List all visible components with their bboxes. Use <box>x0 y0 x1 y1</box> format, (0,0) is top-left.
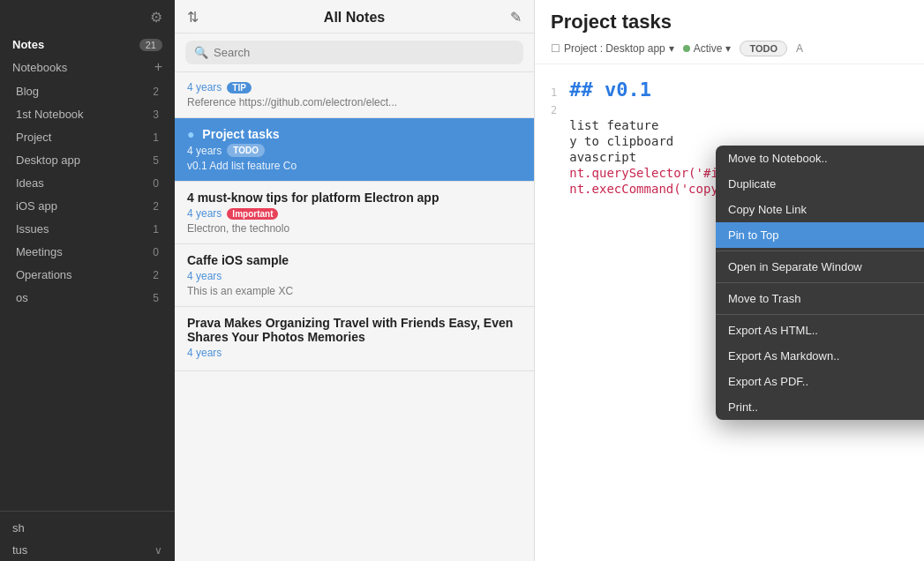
sidebar-item-issues-label: Issues <box>16 222 153 236</box>
detail-line: 1 ## v0.1 <box>551 79 908 101</box>
active-meta[interactable]: Active ▾ <box>683 42 732 55</box>
ctx-divider <box>716 314 924 315</box>
note-age: 4 years <box>187 145 222 157</box>
ctx-print[interactable]: Print.. ⇧⌘P <box>716 394 924 420</box>
note-age: 4 years <box>187 347 222 359</box>
ctx-export-pdf[interactable]: Export As PDF.. <box>716 369 924 394</box>
sidebar-item-desktop-app[interactable]: Desktop app 5 <box>4 149 171 171</box>
sidebar-item-blog-label: Blog <box>16 85 153 98</box>
list-item[interactable]: 4 must-know tips for platform Electron a… <box>175 182 534 244</box>
sidebar-item-project[interactable]: Project 1 <box>4 126 171 148</box>
sidebar-status-item[interactable]: tus ∨ <box>0 539 175 561</box>
sidebar-item-blog-count: 2 <box>153 86 159 98</box>
note-age: 4 years <box>187 207 222 220</box>
sidebar-item-operations-label: Operations <box>16 268 153 281</box>
code-text: nt.execCommand('copy') <box>569 182 732 196</box>
sidebar-item-operations[interactable]: Operations 2 <box>4 264 171 286</box>
project-label: Project : Desktop app <box>564 42 665 55</box>
sidebar-bottom: sh tus ∨ <box>0 505 175 561</box>
line-number <box>551 183 557 196</box>
project-meta[interactable]: ☐ Project : Desktop app ▾ <box>551 42 674 55</box>
note-meta: 4 years <box>187 270 522 282</box>
line-number <box>551 152 557 164</box>
sidebar-item-ideas-label: Ideas <box>16 176 153 190</box>
sidebar-items: Blog 2 1st Notebook 3 Project 1 Desktop … <box>0 79 175 310</box>
ctx-open-separate-window[interactable]: Open in Separate Window ⇧↩ <box>716 254 924 280</box>
ctx-item-label: Move to Trash <box>728 292 800 305</box>
note-age: 4 years <box>187 81 222 94</box>
project-icon: ☐ <box>551 42 560 55</box>
ctx-divider <box>716 251 924 251</box>
note-preview: This is an example XC <box>187 285 522 297</box>
list-item[interactable]: 4 years TIP Reference https://github.com… <box>175 72 534 118</box>
search-input[interactable] <box>214 46 515 59</box>
sidebar-item-ios-app[interactable]: iOS app 2 <box>4 195 171 217</box>
code-heading: ## v0.1 <box>569 79 651 101</box>
line-number: 2 <box>551 104 557 116</box>
notes-label: Notes <box>12 38 44 51</box>
blank-line <box>569 102 576 116</box>
notes-list-panel: ⇅ All Notes ✎ 🔍 4 years TIP Reference ht… <box>175 0 535 561</box>
active-dot-icon <box>683 45 690 52</box>
list-item[interactable]: Caffe iOS sample 4 years This is an exam… <box>175 244 534 307</box>
code-text: avascript <box>569 150 636 164</box>
ctx-move-to-trash[interactable]: Move to Trash ⌘⌫ <box>716 286 924 311</box>
notes-badge: 21 <box>139 39 162 51</box>
code-text: list feature <box>569 118 658 132</box>
sidebar-item-ios-app-count: 2 <box>153 200 159 213</box>
ctx-item-label: Copy Note Link <box>728 203 807 216</box>
sidebar-sh-item[interactable]: sh <box>0 517 175 539</box>
sort-icon[interactable]: ⇅ <box>187 9 199 26</box>
note-title: Prava Makes Organizing Travel with Frien… <box>187 316 522 344</box>
ctx-item-label: Move to Notebook.. <box>728 152 828 165</box>
sidebar-item-1st-notebook[interactable]: 1st Notebook 3 <box>4 103 171 125</box>
sidebar-item-ideas-count: 0 <box>153 177 159 190</box>
sidebar-item-issues-count: 1 <box>153 223 159 236</box>
note-title: Caffe iOS sample <box>187 253 522 267</box>
detail-line: list feature <box>551 118 908 132</box>
sidebar-item-blog[interactable]: Blog 2 <box>4 80 171 102</box>
sidebar-item-issues[interactable]: Issues 1 <box>4 218 171 240</box>
detail-pane: Project tasks ☐ Project : Desktop app ▾ … <box>535 0 924 561</box>
detail-header: Project tasks ☐ Project : Desktop app ▾ … <box>535 0 924 64</box>
sidebar-item-os[interactable]: os 5 <box>4 287 171 309</box>
note-meta: 4 years <box>187 347 522 359</box>
context-menu: Move to Notebook.. M Duplicate ⌘D Copy N… <box>716 146 924 420</box>
compose-icon[interactable]: ✎ <box>510 9 522 26</box>
ctx-item-label: Open in Separate Window <box>728 260 862 273</box>
sidebar-item-project-count: 1 <box>153 131 159 144</box>
sidebar: ⚙ Notes 21 Notebooks + Blog 2 1st Notebo… <box>0 0 175 561</box>
ctx-item-label: Export As PDF.. <box>728 375 808 388</box>
detail-meta-extra: A <box>796 42 803 55</box>
sidebar-item-ideas[interactable]: Ideas 0 <box>4 172 171 194</box>
sidebar-item-meetings[interactable]: Meetings 0 <box>4 241 171 263</box>
notes-list-header: ⇅ All Notes ✎ <box>175 0 534 34</box>
note-badge: TODO <box>227 144 265 157</box>
ctx-duplicate[interactable]: Duplicate ⌘D <box>716 171 924 197</box>
search-bar: 🔍 <box>175 34 534 72</box>
ctx-export-html[interactable]: Export As HTML.. <box>716 318 924 343</box>
notebooks-row[interactable]: Notebooks + <box>0 55 175 79</box>
list-item[interactable]: ● Project tasks 4 years TODO v0.1 Add li… <box>175 118 534 182</box>
ctx-copy-note-link[interactable]: Copy Note Link ⌘C <box>716 197 924 222</box>
active-label: Active <box>694 42 723 55</box>
gear-icon[interactable]: ⚙ <box>150 9 162 26</box>
sidebar-item-project-label: Project <box>16 131 153 144</box>
note-badge-tip: TIP <box>227 82 252 94</box>
note-age: 4 years <box>187 270 222 282</box>
notebooks-label: Notebooks <box>12 61 67 74</box>
todo-badge: TODO <box>740 41 787 56</box>
ctx-move-to-notebook[interactable]: Move to Notebook.. M <box>716 146 924 171</box>
note-meta: 4 years TODO <box>187 144 522 157</box>
plus-icon[interactable]: + <box>154 59 162 75</box>
note-meta: 4 years TIP <box>187 81 522 94</box>
note-title: ● Project tasks <box>187 127 522 141</box>
search-icon: 🔍 <box>194 46 208 59</box>
ctx-export-markdown[interactable]: Export As Markdown.. <box>716 343 924 369</box>
ctx-pin-to-top[interactable]: Pin to Top P <box>716 222 924 248</box>
ctx-item-label: Print.. <box>728 400 758 414</box>
sidebar-item-desktop-app-count: 5 <box>153 154 159 167</box>
sidebar-item-1st-notebook-count: 3 <box>153 108 159 121</box>
list-item[interactable]: Prava Makes Organizing Travel with Frien… <box>175 307 534 371</box>
sidebar-item-os-label: os <box>16 291 153 304</box>
